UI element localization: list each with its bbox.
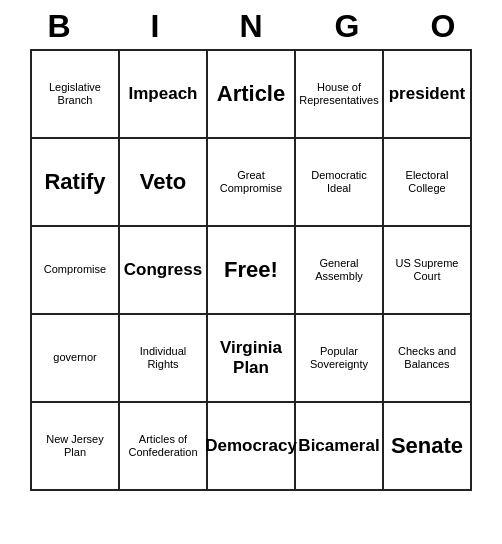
cell-r1-c1[interactable]: Veto [120,139,208,227]
bingo-header: BINGO [11,8,491,45]
cell-text: Congress [124,260,202,280]
cell-r2-c3[interactable]: General Assembly [296,227,384,315]
cell-text: House of Representatives [299,81,379,107]
cell-text: Ratify [44,169,105,195]
cell-r2-c0[interactable]: Compromise [32,227,120,315]
bingo-header-letter: N [207,8,295,45]
cell-text: Popular Sovereignty [300,345,378,371]
cell-text: Article [217,81,285,107]
cell-text: Electoral College [388,169,466,195]
cell-text: Individual Rights [124,345,202,371]
cell-r0-c2[interactable]: Article [208,51,296,139]
cell-text: Virginia Plan [212,338,290,379]
cell-text: Compromise [44,263,106,276]
cell-text: Senate [391,433,463,459]
cell-r3-c0[interactable]: governor [32,315,120,403]
cell-r4-c0[interactable]: New Jersey Plan [32,403,120,491]
cell-text: Bicameral [298,436,379,456]
cell-r0-c1[interactable]: Impeach [120,51,208,139]
cell-r0-c0[interactable]: Legislative Branch [32,51,120,139]
cell-text: Checks and Balances [388,345,466,371]
cell-text: Articles of Confederation [124,433,202,459]
cell-r4-c1[interactable]: Articles of Confederation [120,403,208,491]
cell-text: Impeach [129,84,198,104]
cell-r1-c2[interactable]: Great Compromise [208,139,296,227]
cell-r3-c2[interactable]: Virginia Plan [208,315,296,403]
cell-r4-c4[interactable]: Senate [384,403,472,491]
cell-r3-c1[interactable]: Individual Rights [120,315,208,403]
cell-text: Democracy [205,436,297,456]
cell-r0-c4[interactable]: president [384,51,472,139]
cell-r1-c4[interactable]: Electoral College [384,139,472,227]
bingo-header-letter: O [399,8,487,45]
cell-text: US Supreme Court [388,257,466,283]
cell-text: president [389,84,466,104]
cell-r4-c3[interactable]: Bicameral [296,403,384,491]
cell-text: Free! [224,257,278,283]
cell-text: Democratic Ideal [300,169,378,195]
bingo-header-letter: B [15,8,103,45]
cell-r2-c1[interactable]: Congress [120,227,208,315]
cell-text: Legislative Branch [36,81,114,107]
cell-text: New Jersey Plan [36,433,114,459]
cell-r3-c4[interactable]: Checks and Balances [384,315,472,403]
cell-r1-c3[interactable]: Democratic Ideal [296,139,384,227]
cell-r1-c0[interactable]: Ratify [32,139,120,227]
cell-text: General Assembly [300,257,378,283]
cell-r3-c3[interactable]: Popular Sovereignty [296,315,384,403]
cell-r2-c2[interactable]: Free! [208,227,296,315]
bingo-header-letter: G [303,8,391,45]
cell-text: governor [53,351,96,364]
bingo-header-letter: I [111,8,199,45]
bingo-grid: Legislative BranchImpeachArticleHouse of… [30,49,472,491]
cell-r4-c2[interactable]: Democracy [208,403,296,491]
cell-text: Veto [140,169,186,195]
cell-r0-c3[interactable]: House of Representatives [296,51,384,139]
cell-text: Great Compromise [212,169,290,195]
cell-r2-c4[interactable]: US Supreme Court [384,227,472,315]
